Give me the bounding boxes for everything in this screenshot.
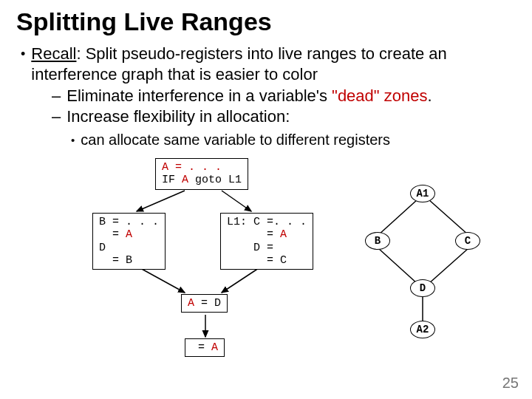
svg-line-5 bbox=[378, 200, 417, 235]
graph-node-a2: A2 bbox=[410, 321, 435, 338]
sub-flexibility: – Increase flexibility in allocation: bbox=[52, 106, 511, 127]
svg-line-1 bbox=[222, 191, 251, 211]
diagram: A = . . . IF A goto L1 B = . . . = A D =… bbox=[0, 154, 532, 390]
code-block-use: = A bbox=[185, 338, 225, 357]
interference-graph: A1 B C D A2 bbox=[355, 182, 502, 344]
bullet-recall: • Recall: Split pseudo-registers into li… bbox=[21, 44, 511, 84]
sub-allocate: • can allocate same variable to differen… bbox=[21, 131, 511, 149]
sub-bullets: – Eliminate interference in a variable's… bbox=[21, 86, 511, 126]
sub-eliminate: – Eliminate interference in a variable's… bbox=[52, 86, 511, 106]
page-number: 25 bbox=[502, 375, 519, 392]
graph-node-c: C bbox=[455, 232, 480, 250]
code-block-entry: A = . . . IF A goto L1 bbox=[155, 158, 248, 190]
graph-edges bbox=[355, 182, 502, 344]
code-block-left: B = . . . = A D = B bbox=[92, 213, 166, 270]
code-block-right: L1: C =. . . = A D = = C bbox=[220, 213, 313, 270]
svg-line-0 bbox=[137, 191, 185, 211]
svg-line-2 bbox=[140, 268, 185, 293]
dash: – bbox=[52, 86, 61, 106]
svg-line-7 bbox=[378, 248, 417, 284]
graph-node-d: D bbox=[410, 279, 435, 297]
recall-underline: Recall bbox=[31, 44, 76, 63]
bullet-recall-text: Recall: Split pseudo-registers into live… bbox=[31, 44, 511, 84]
svg-line-8 bbox=[429, 248, 468, 284]
bullet-dot: • bbox=[71, 131, 75, 149]
bullet-list: • Recall: Split pseudo-registers into li… bbox=[0, 42, 532, 149]
bullet-dot: • bbox=[21, 44, 25, 84]
graph-node-a1: A1 bbox=[410, 185, 435, 202]
svg-line-6 bbox=[429, 200, 468, 235]
dash: – bbox=[52, 106, 61, 127]
code-block-merge: A = D bbox=[181, 294, 228, 313]
svg-line-3 bbox=[222, 268, 259, 293]
graph-node-b: B bbox=[365, 232, 390, 250]
slide-title: Splitting Live Ranges bbox=[0, 0, 532, 42]
